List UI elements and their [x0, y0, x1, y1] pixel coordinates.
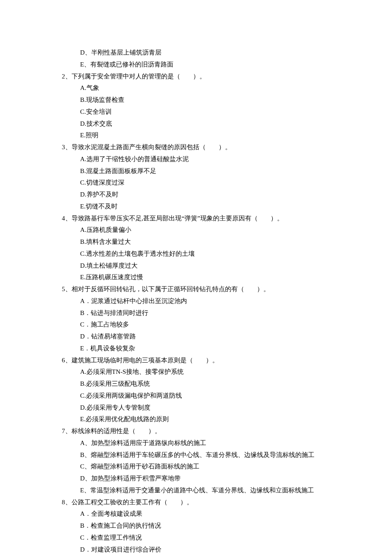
question-7: 7、标线涂料的适用性是（ ）。 A、加热型涂料适用应于道路纵向标线的施工 B、熔… — [62, 425, 366, 497]
option-a: A．全面考核建设成果 — [62, 508, 366, 520]
option-c: C.切缝深度过深 — [62, 177, 366, 189]
option-b: B.混凝土路面面板板厚不足 — [62, 165, 366, 177]
option-d: D.填土松铺厚度过大 — [62, 260, 366, 272]
question-4: 4、导致路基行车带压实不足,甚至局部出现“弹簧”现象的主要原因有（ ）。 A.压… — [62, 213, 366, 284]
option-d: D．对建设项目进行综合评价 — [62, 544, 366, 555]
option-e: E．机具设备较复杂 — [62, 343, 366, 355]
option-e: E、常温型涂料适用于交通量小的道路中心线、车道分界线、边缘线和立面标线施工 — [62, 485, 366, 497]
question-2: 2、下列属于安全管理中对人的管理的是（ ）。 A.气象 B.现场监督检查 C.安… — [62, 71, 366, 142]
question-3: 3、导致水泥混凝土路面产生横向裂缝的原因包括（ ）。 A.选用了干缩性较小的普通… — [62, 142, 366, 213]
question-8: 8、公路工程交工验收的主要工作有（ ）。 A．全面考核建设成果 B．检查施工合同… — [62, 497, 366, 555]
option-c: C.必须采用两级漏电保护和两道防线 — [62, 390, 366, 402]
option-a: A．泥浆通过钻杆中心排出至沉淀池内 — [62, 295, 366, 307]
question-stem: 7、标线涂料的适用性是（ ）。 — [62, 425, 366, 437]
option-c: C．施工占地较多 — [62, 319, 366, 331]
option-c: C、熔融型涂料适用于砂石路面标线的施工 — [62, 461, 366, 473]
option-b: B.填料含水量过大 — [62, 236, 366, 248]
document-page: D、半刚性基层上铺筑沥青层 E、有裂缝或已修补的旧沥青路面 2、下列属于安全管理… — [0, 0, 392, 555]
option-b: B．钻进与排渣同时进行 — [62, 307, 366, 319]
option-e: E.压路机碾压速度过慢 — [62, 272, 366, 283]
option-b: B.必须采用三级配电系统 — [62, 378, 366, 390]
question-stem: 5、相对于反循环回转钻孔，以下属于正循环回转钻孔特点的有（ ）。 — [62, 283, 366, 295]
continued-option-d: D、半刚性基层上铺筑沥青层 — [62, 47, 366, 59]
option-b: B、熔融型涂料适用于车轮碾压多的中心线、车道分界线、边缘线及导流标线的施工 — [62, 449, 366, 461]
option-a: A.压路机质量偏小 — [62, 224, 366, 236]
question-6: 6、建筑施工现场临时用电的三项基本原则是（ ）。 A.必须采用TN-S接地、接零… — [62, 355, 366, 426]
question-stem: 6、建筑施工现场临时用电的三项基本原则是（ ）。 — [62, 355, 366, 367]
option-c: C.安全培训 — [62, 106, 366, 118]
option-e: E.必须采用优化配电线路的原则 — [62, 413, 366, 425]
option-a: A.必须采用TN-S接地、接零保护系统 — [62, 366, 366, 378]
option-d: D.技术交底 — [62, 118, 366, 130]
question-stem: 8、公路工程交工验收的主要工作有（ ）。 — [62, 497, 366, 509]
option-a: A.选用了干缩性较小的普通硅酸盐水泥 — [62, 153, 366, 165]
question-stem: 2、下列属于安全管理中对人的管理的是（ ）。 — [62, 71, 366, 83]
option-a: A.气象 — [62, 82, 366, 94]
option-b: B．检查施工合同的执行情况 — [62, 520, 366, 532]
option-c: C．检查监理工作情况 — [62, 532, 366, 544]
option-a: A、加热型涂料适用应于道路纵向标线的施工 — [62, 437, 366, 449]
question-5: 5、相对于反循环回转钻孔，以下属于正循环回转钻孔特点的有（ ）。 A．泥浆通过钻… — [62, 283, 366, 355]
option-d: D.养护不及时 — [62, 189, 366, 201]
question-stem: 3、导致水泥混凝土路面产生横向裂缝的原因包括（ ）。 — [62, 142, 366, 153]
option-b: B.现场监督检查 — [62, 94, 366, 106]
option-d: D.必须采用专人专管制度 — [62, 402, 366, 414]
continued-option-e: E、有裂缝或已修补的旧沥青路面 — [62, 59, 366, 71]
option-e: E.照明 — [62, 130, 366, 142]
question-stem: 4、导致路基行车带压实不足,甚至局部出现“弹簧”现象的主要原因有（ ）。 — [62, 213, 366, 225]
option-c: C.透水性差的土壤包裹于透水性好的土壤 — [62, 248, 366, 260]
option-e: E.切缝不及时 — [62, 201, 366, 213]
option-d: D．钻渣易堵塞管路 — [62, 331, 366, 343]
option-d: D、加热型涂料适用于积雪严寒地带 — [62, 473, 366, 485]
